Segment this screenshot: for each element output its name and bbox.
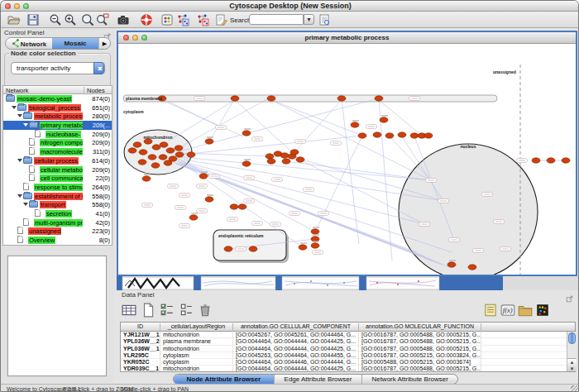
- tree-item[interactable]: cellular metabo209(0): [3, 165, 112, 174]
- expand-triangle-icon[interactable]: [23, 203, 28, 206]
- network-node[interactable]: [151, 163, 160, 168]
- network-node[interactable]: [532, 158, 540, 163]
- tree-item[interactable]: secretion41(0): [3, 209, 112, 218]
- tree-item[interactable]: macromolecule311(0): [3, 147, 112, 156]
- tree-item[interactable]: unassigned223(0): [3, 227, 112, 236]
- network-node[interactable]: [175, 152, 184, 157]
- tree-item[interactable]: metabolic process280(0): [3, 112, 112, 121]
- network-node[interactable]: [280, 153, 289, 158]
- resize-grip[interactable]: [571, 385, 579, 392]
- network-canvas[interactable]: plasma membranecytoplasmmitochondrionnuc…: [118, 44, 576, 275]
- table-row[interactable]: YLR295Ccytoplasm[GO:0045263, GO:0044464,…: [121, 352, 575, 359]
- network-node[interactable]: [424, 133, 433, 138]
- network-node[interactable]: [562, 158, 570, 163]
- network-overlay-blue-icon[interactable]: [176, 13, 189, 26]
- zoom-fit-icon[interactable]: [81, 13, 94, 26]
- tree-item[interactable]: primary metabo209(...: [3, 121, 112, 130]
- network-node[interactable]: [205, 139, 213, 144]
- help-lifebuoy-icon[interactable]: [140, 13, 153, 26]
- birds-eye-view[interactable]: [7, 256, 107, 376]
- table-row[interactable]: YJR121W__1mitochondrion[GO:0045267, GO:0…: [121, 332, 575, 338]
- new-attribute-icon[interactable]: [141, 303, 156, 318]
- background-window-frame[interactable]: [439, 276, 503, 290]
- network-node[interactable]: [166, 148, 175, 153]
- network-node[interactable]: [299, 245, 307, 250]
- tree-item[interactable]: nucleobase-209(0): [3, 130, 112, 139]
- network-node[interactable]: [231, 96, 239, 101]
- search-dropdown-button[interactable]: ▼: [304, 14, 314, 25]
- background-window-frame[interactable]: [117, 276, 122, 290]
- network-node[interactable]: [385, 133, 394, 138]
- network-node[interactable]: [128, 148, 136, 153]
- snapshot-camera-icon[interactable]: [117, 13, 130, 26]
- network-node[interactable]: [311, 229, 319, 234]
- node-color-dropdown[interactable]: transporter activity: [11, 62, 105, 74]
- network-node[interactable]: [398, 132, 406, 137]
- table-row[interactable]: YKR052Ccytoplasm[GO:0044464, GO:0044446,…: [121, 359, 575, 366]
- tab-mosaic[interactable]: Mosaic: [52, 38, 98, 49]
- tree-header[interactable]: Network Nodes: [2, 85, 112, 94]
- expand-triangle-icon[interactable]: [23, 123, 28, 127]
- network-node[interactable]: [447, 262, 456, 267]
- float-panel-icon[interactable]: [103, 29, 111, 36]
- table-row[interactable]: YPL036W__2plasma membrane[GO:0044464, GO…: [121, 338, 575, 345]
- network-node[interactable]: [242, 161, 251, 166]
- network-view-window[interactable]: primary metabolic process plasma membran…: [117, 31, 577, 276]
- search-options-icon[interactable]: [318, 13, 331, 26]
- tree-item[interactable]: cell communicat22(0): [3, 174, 112, 183]
- import-attributes-icon[interactable]: [518, 303, 533, 318]
- network-node[interactable]: [547, 158, 555, 163]
- table-row[interactable]: YPL036W__1mitochondrion[GO:0044464, GO:0…: [121, 346, 575, 352]
- network-node[interactable]: [249, 246, 257, 251]
- attr-tab-network[interactable]: Network Attribute Browser: [362, 375, 457, 384]
- network-node[interactable]: [138, 160, 146, 165]
- tab-overflow-arrow-icon[interactable]: ▶: [98, 38, 110, 49]
- network-node[interactable]: [205, 197, 213, 202]
- network-node[interactable]: [238, 204, 246, 209]
- network-node[interactable]: [148, 155, 156, 160]
- network-node[interactable]: [139, 150, 147, 155]
- network-node[interactable]: [337, 96, 346, 101]
- notes-icon[interactable]: [483, 303, 498, 318]
- background-windows[interactable]: [117, 276, 579, 290]
- expand-triangle-icon[interactable]: [17, 194, 22, 198]
- network-node[interactable]: [351, 122, 359, 127]
- unselect-attributes-icon[interactable]: [179, 303, 194, 318]
- network-view-titlebar[interactable]: primary metabolic process: [118, 32, 576, 44]
- matrix-icon[interactable]: [535, 303, 550, 318]
- table-row[interactable]: YDR039C__1mitochondrion[GO:0044464, GO:0…: [121, 366, 575, 372]
- network-node[interactable]: [267, 96, 275, 101]
- scrollbar-buttons[interactable]: ▲▼: [567, 358, 577, 371]
- attr-tab-node[interactable]: Node Attribute Browser: [174, 375, 275, 384]
- network-overlay-red-icon[interactable]: [196, 13, 209, 26]
- network-node[interactable]: [266, 154, 274, 159]
- network-node[interactable]: [375, 96, 383, 101]
- background-window-frame[interactable]: [359, 276, 366, 290]
- network-node[interactable]: [230, 204, 238, 209]
- attribute-grid-icon[interactable]: [122, 303, 136, 318]
- window-titlebar[interactable]: Cytoscape Desktop (New Session): [1, 1, 579, 12]
- tree-item[interactable]: mosaic-demo-yeast874(0): [3, 94, 112, 103]
- function-builder-icon[interactable]: f(x): [500, 303, 515, 318]
- network-node[interactable]: [296, 157, 304, 162]
- network-node[interactable]: [152, 145, 160, 150]
- zoom-selected-icon[interactable]: [96, 13, 109, 26]
- search-input[interactable]: [249, 14, 304, 25]
- network-node[interactable]: [133, 142, 141, 147]
- network-node[interactable]: [199, 174, 208, 179]
- network-node[interactable]: [187, 152, 195, 157]
- vizmapper-icon[interactable]: [160, 13, 174, 26]
- network-node[interactable]: [267, 159, 275, 164]
- network-node[interactable]: [282, 159, 290, 164]
- attr-tab-edge[interactable]: Edge Attribute Browser: [275, 375, 363, 384]
- expand-triangle-icon[interactable]: [17, 114, 22, 117]
- column-header[interactable]: _cellularLayoutRegion: [160, 323, 233, 332]
- table-scrollbar[interactable]: ▲▼: [567, 332, 576, 371]
- save-icon[interactable]: [26, 13, 40, 26]
- network-node[interactable]: [311, 243, 319, 248]
- annotation-icon[interactable]: [214, 13, 227, 26]
- expand-triangle-icon[interactable]: [17, 159, 22, 162]
- expand-triangle-icon[interactable]: [12, 106, 17, 109]
- network-node[interactable]: [290, 150, 299, 155]
- network-node[interactable]: [311, 237, 319, 241]
